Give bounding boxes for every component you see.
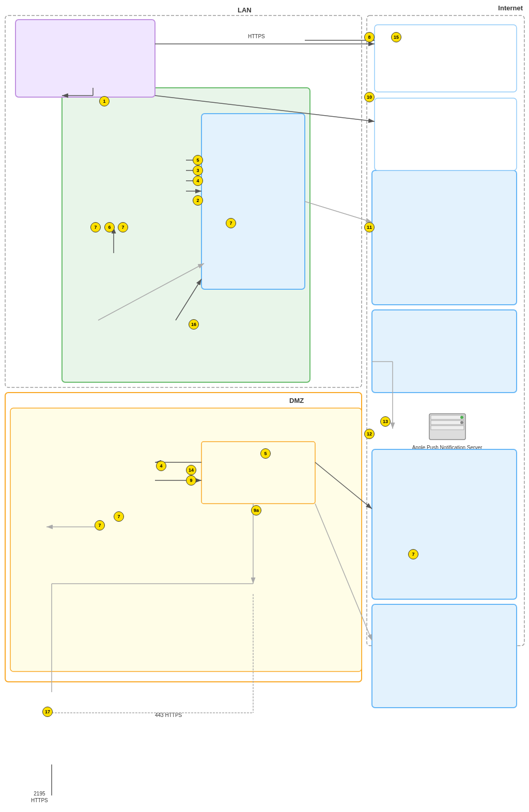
svg-rect-83 xyxy=(231,265,236,269)
ios-mdm-connector-box: Kaspersky iOS MDM Connector xyxy=(96,506,163,563)
svg-point-90 xyxy=(459,34,462,37)
admin-device-title: Administrator's device xyxy=(377,607,444,615)
badge-17: 17 xyxy=(42,707,53,717)
network-agent-roaming-label: Network Agent xyxy=(430,573,463,580)
managed-security-label: Managed security application xyxy=(219,181,286,188)
svg-rect-62 xyxy=(110,263,123,265)
database-icon xyxy=(70,34,101,60)
network-agent-lan-label: Network Agent xyxy=(76,333,110,340)
badge-4: 4 xyxy=(193,176,203,186)
svg-point-94 xyxy=(425,114,441,127)
badge-13: 13 xyxy=(380,416,391,427)
ios-mdm-connector-label: Kaspersky iOS MDM Connector xyxy=(99,545,160,558)
lan-label: LAN xyxy=(238,6,252,14)
udp15000-label: 15000 UDP xyxy=(136,185,163,192)
admin-console-icon xyxy=(100,236,138,267)
svg-rect-54 xyxy=(93,151,98,157)
svg-rect-61 xyxy=(114,259,119,263)
web-browser-label: Web browser xyxy=(432,656,462,663)
badge-14: 14 xyxy=(186,465,196,475)
svg-rect-97 xyxy=(452,114,465,117)
badge-7f: 7 xyxy=(408,549,418,559)
tcp17000-label: 17000 TCP xyxy=(136,154,162,161)
badge-7e: 7 xyxy=(95,520,105,530)
web-server-icon xyxy=(142,303,178,331)
badge-5b: 5 xyxy=(260,448,271,459)
svg-rect-99 xyxy=(452,122,465,126)
apple-push-label: Apple Push Notification Server xyxy=(412,444,483,451)
admin-console-box: Administration Console xyxy=(88,232,150,294)
badge-12: 12 xyxy=(364,429,375,439)
svg-line-18 xyxy=(155,96,375,121)
svg-rect-105 xyxy=(431,420,464,425)
tls13000-dmz-label: 13000 TLS xyxy=(20,461,45,468)
badge-9a: 9a xyxy=(251,505,261,516)
ios-mdm-server-box: Kaspersky iOS MDM Web Server xyxy=(14,495,92,557)
roaming-laptop-title: Roaming laptop xyxy=(377,452,424,460)
svg-point-124 xyxy=(439,626,441,628)
svg-rect-9 xyxy=(372,310,517,393)
svg-rect-115 xyxy=(434,549,456,560)
android-device-title: Android mobile device xyxy=(377,175,444,182)
svg-rect-113 xyxy=(444,495,449,498)
android-security-label: Managed security application for Android xyxy=(400,232,494,239)
kaspersky-infra-icon xyxy=(425,29,466,60)
connection-gateway-title: Managed device xyxy=(52,412,103,420)
svg-point-102 xyxy=(445,213,449,217)
managed-security-icon xyxy=(231,137,273,179)
network-agent-dmz-label: Network Agent xyxy=(125,477,159,483)
android-security-box: Managed security application for Android xyxy=(377,189,517,302)
gcm-server-icon xyxy=(423,102,469,136)
svg-rect-47 xyxy=(80,130,111,151)
tls8080-label: 8080 TLS xyxy=(253,645,275,651)
endpoint-security-label: Kaspersky Endpoint Security xyxy=(414,509,480,516)
gcm-server-box: Google Cloud Messaging Server xyxy=(376,99,516,169)
apple-push-icon xyxy=(427,411,468,442)
network-agent-dmz-box: Network Agent xyxy=(114,443,170,500)
nodejs-box: Node.js xyxy=(245,459,272,469)
svg-line-31 xyxy=(315,462,372,509)
badge-4b: 4 xyxy=(156,461,166,471)
svg-rect-119 xyxy=(439,568,449,570)
svg-point-107 xyxy=(460,416,463,419)
dmz-label: DMZ xyxy=(289,397,304,404)
network-agent-managed-box: Network Agent xyxy=(211,243,262,289)
https-label-top: HTTPS xyxy=(248,33,265,40)
svg-rect-118 xyxy=(442,565,446,568)
badge-8: 8 xyxy=(364,32,375,42)
svg-rect-84 xyxy=(228,269,239,270)
kaspersky-infra-label: Kaspersky infrastructure xyxy=(418,62,474,69)
admin-console-label: Administration Console xyxy=(92,269,146,275)
svg-rect-73 xyxy=(155,324,159,327)
managed-security-box: Managed security application xyxy=(206,134,299,207)
https2195-label: 2195 HTTPS xyxy=(31,790,48,804)
network-agent-managed-icon xyxy=(220,246,254,272)
svg-rect-88 xyxy=(429,43,462,48)
admin-server-box: Administration Server xyxy=(67,124,129,191)
badge-7b: 7 xyxy=(118,222,128,232)
svg-rect-67 xyxy=(88,324,92,327)
svg-rect-64 xyxy=(79,307,102,320)
badge-1: 1 xyxy=(99,96,110,106)
badge-5: 5 xyxy=(193,155,203,165)
badge-7c: 7 xyxy=(226,218,236,228)
nodejs-label: Node.js xyxy=(250,461,267,467)
svg-rect-146 xyxy=(126,533,133,540)
svg-rect-111 xyxy=(439,482,455,492)
svg-rect-89 xyxy=(429,49,462,53)
android-security-icon xyxy=(428,192,466,230)
internet-label: Internet xyxy=(498,4,523,12)
database-device-title: Device with database xyxy=(56,26,114,32)
network-agent-lan-box: Network Agent xyxy=(67,300,119,356)
svg-rect-68 xyxy=(84,327,96,330)
badge-15: 15 xyxy=(391,32,401,42)
network-agent-roaming-box: Network Agent xyxy=(377,542,517,594)
admin-server-icon xyxy=(77,127,119,163)
svg-point-92 xyxy=(459,44,462,47)
svg-rect-135 xyxy=(128,450,152,463)
badge-9: 9 xyxy=(186,475,196,486)
svg-rect-80 xyxy=(224,249,245,261)
gcm-server-label: Google Cloud Messaging Server xyxy=(409,138,484,145)
endpoint-security-icon xyxy=(428,468,466,507)
tcp443-label: 443 HTTPS xyxy=(248,92,275,99)
